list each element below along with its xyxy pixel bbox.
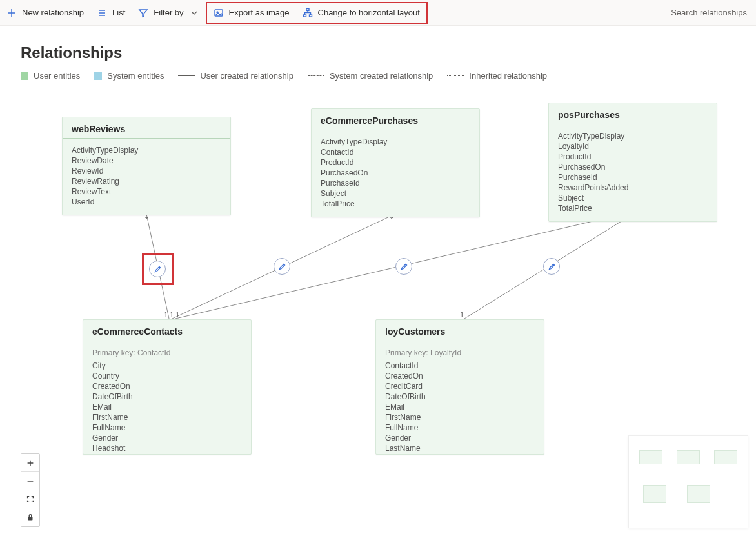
cardinality-one: 1 — [175, 311, 179, 319]
entity-field: FullName — [92, 422, 242, 433]
entity-field: ReviewText — [72, 186, 221, 197]
entity-field: EMail — [385, 402, 535, 412]
new-relationship-label: New relationship — [22, 8, 84, 17]
entity-field: PurchasedOn — [321, 168, 470, 178]
filter-by-label: Filter by — [154, 8, 183, 17]
minimap[interactable] — [628, 435, 748, 528]
legend-inherited-relationship: Inherited relationship — [447, 71, 547, 81]
entity-field: DateOfBirth — [385, 392, 535, 402]
new-relationship-button[interactable]: New relationship — [0, 0, 90, 26]
entity-field: Subject — [558, 193, 708, 203]
diagram-canvas[interactable]: * * * * 1 1 1 1 webReviews ActivityTypeD… — [0, 97, 756, 536]
entity-field: LastName — [92, 453, 242, 455]
primary-key-label: Primary key: — [92, 348, 135, 357]
entity-field: CreatedOn — [92, 381, 242, 392]
entity-field: RewardPointsAdded — [558, 183, 708, 193]
entity-webReviews[interactable]: webReviews ActivityTypeDisplayReviewDate… — [62, 117, 231, 215]
entity-field: RewardPoints — [385, 453, 535, 455]
entity-field: LastName — [385, 443, 535, 453]
edit-relationship-button[interactable] — [395, 258, 412, 275]
entity-field: FullName — [385, 422, 535, 433]
entity-body: Primary key: LoyaltyId ContactIdCreatedO… — [376, 341, 544, 455]
entity-field: UserId — [72, 197, 221, 207]
export-image-button[interactable]: Export as image — [207, 0, 296, 26]
entity-field: FirstName — [385, 412, 535, 422]
zoom-controls — [21, 453, 40, 527]
user-entities-label: User entities — [34, 71, 80, 81]
primary-key-value: LoyaltyId — [430, 348, 461, 357]
plus-icon — [6, 8, 17, 18]
svg-rect-3 — [303, 15, 306, 17]
legend: User entities System entities User creat… — [21, 71, 756, 81]
lock-button[interactable] — [21, 508, 39, 526]
primary-key-label: Primary key: — [385, 348, 428, 357]
entity-field: TotalPrice — [558, 203, 708, 213]
entity-field: CreditCard — [385, 381, 535, 392]
image-icon — [214, 8, 224, 18]
legend-user-relationship: User created relationship — [178, 71, 293, 81]
change-layout-label: Change to horizontal layout — [318, 8, 420, 17]
cardinality-one: 1 — [170, 311, 174, 319]
entity-title: eCommercePurchases — [312, 109, 479, 130]
system-entities-swatch — [94, 72, 102, 80]
entity-field: Country — [92, 371, 242, 381]
chevron-down-icon — [189, 8, 199, 18]
entity-field: ActivityTypeDisplay — [321, 137, 470, 147]
solid-line-sample — [178, 75, 195, 76]
system-entities-label: System entities — [107, 71, 164, 81]
legend-system-relationship: System created relationship — [308, 71, 433, 81]
entity-title: posPurchases — [549, 103, 717, 124]
entity-field: EMail — [92, 402, 242, 412]
legend-user-entities: User entities — [21, 71, 80, 81]
entity-field: CreatedOn — [385, 371, 535, 381]
entity-body: Primary key: ContactId CityCountryCreate… — [83, 341, 251, 455]
entity-field: Subject — [321, 188, 470, 199]
entity-field: Gender — [92, 433, 242, 443]
dashed-line-sample — [308, 75, 324, 76]
toolbar: New relationship List Filter by Export a… — [0, 0, 756, 26]
entity-eCommerceContacts[interactable]: eCommerceContacts Primary key: ContactId… — [83, 319, 252, 455]
user-entities-swatch — [21, 72, 28, 80]
highlighted-toolbar-group: Export as image Change to horizontal lay… — [206, 2, 428, 24]
search-relationships[interactable]: Search relationships — [657, 8, 756, 17]
dotted-line-sample — [447, 75, 464, 76]
entity-field: ActivityTypeDisplay — [558, 131, 708, 141]
svg-rect-4 — [309, 15, 312, 17]
entity-field: ContactId — [321, 147, 470, 157]
zoom-in-button[interactable] — [21, 454, 39, 472]
entity-field: ReviewId — [72, 166, 221, 176]
inherited-relationship-label: Inherited relationship — [469, 71, 547, 81]
entity-title: loyCustomers — [376, 320, 544, 341]
entity-posPurchases[interactable]: posPurchases ActivityTypeDisplayLoyaltyI… — [548, 103, 717, 222]
hierarchy-icon — [303, 8, 313, 18]
entity-field: PurchasedOn — [558, 162, 708, 172]
entity-field: Gender — [385, 433, 535, 443]
entity-field: ReviewDate — [72, 155, 221, 166]
fit-screen-button[interactable] — [21, 490, 39, 508]
entity-body: ActivityTypeDisplayLoyaltyIdProductIdPur… — [549, 124, 717, 221]
edit-relationship-button[interactable] — [274, 258, 290, 275]
edit-relationship-button[interactable] — [149, 261, 166, 277]
list-button[interactable]: List — [90, 0, 132, 26]
zoom-out-button[interactable] — [21, 472, 39, 490]
cardinality-one: 1 — [164, 311, 168, 319]
entity-body: ActivityTypeDisplayContactIdProductIdPur… — [312, 130, 479, 217]
pencil-icon — [548, 263, 556, 271]
entity-field: ReviewRating — [72, 176, 221, 186]
entity-field: PurchaseId — [321, 178, 470, 188]
entity-field: City — [92, 361, 242, 371]
pencil-icon — [154, 265, 162, 273]
legend-system-entities: System entities — [94, 71, 164, 81]
change-layout-button[interactable]: Change to horizontal layout — [296, 0, 426, 26]
filter-by-button[interactable]: Filter by — [132, 0, 205, 26]
primary-key-value: ContactId — [137, 348, 170, 357]
search-placeholder: Search relationships — [671, 8, 747, 17]
edit-relationship-button[interactable] — [543, 258, 560, 275]
entity-loyCustomers[interactable]: loyCustomers Primary key: LoyaltyId Cont… — [375, 319, 544, 455]
entity-field: Headshot — [92, 443, 242, 453]
svg-rect-2 — [306, 8, 309, 10]
entity-eCommercePurchases[interactable]: eCommercePurchases ActivityTypeDisplayCo… — [311, 108, 480, 217]
entity-field: FirstName — [92, 412, 242, 422]
entity-title: webReviews — [63, 117, 230, 139]
page-title: Relationships — [21, 44, 756, 62]
